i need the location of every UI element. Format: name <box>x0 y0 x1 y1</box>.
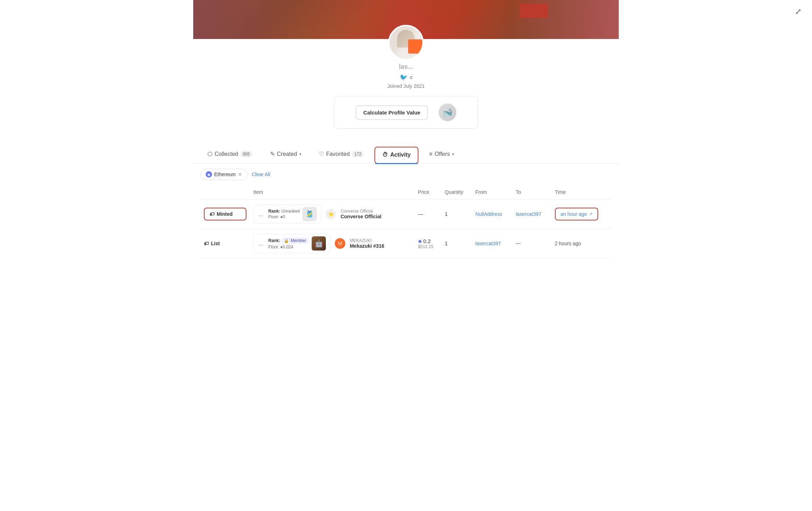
eth-symbol-row2: ◆ <box>418 238 422 244</box>
col-header-quantity: Quantity <box>441 185 472 200</box>
tab-collected-label: Collected <box>215 151 238 157</box>
username: las... <box>399 63 413 71</box>
tab-collected[interactable]: ⬡ Collected 805 <box>200 146 260 163</box>
tab-collected-count: 805 <box>240 151 252 157</box>
to-cell-row2: --- <box>512 229 551 258</box>
price-cell-row2: ◆ 0.2 $512.15 <box>415 229 441 258</box>
mekazuki-collection-icon: M <box>335 238 345 249</box>
time-cell-row1: an hour ago ↗ <box>551 200 612 229</box>
activity-table: Item Price Quantity From To Time 🏷 Minte… <box>200 185 612 258</box>
table-row: 🏷 Minted ... Rank: Unranked <box>200 200 612 229</box>
event-type-list: List <box>211 241 220 246</box>
dots-menu-row1[interactable]: ... <box>258 210 263 218</box>
profile-value-card: Calculate Profile Value 🐋 <box>334 96 478 129</box>
ethereum-dot-icon: ◆ <box>206 171 212 178</box>
collection-name-row2: MEKAZUKI <box>350 238 384 243</box>
close-chip-icon[interactable]: ✕ <box>238 172 242 177</box>
social-row: 🐦 c <box>400 73 413 81</box>
tab-favorited-label: Favorited <box>326 151 350 157</box>
col-header-price: Price <box>415 185 441 200</box>
event-cell-minted: 🏷 Minted <box>200 200 250 229</box>
col-header-time: Time <box>551 185 612 200</box>
page-wrapper: ⤢ las... 🐦 c Joined July 2021 Calculate … <box>193 0 619 273</box>
tabs-row: ⬡ Collected 805 ✎ Created ▾ ♡ Favorited … <box>193 146 619 164</box>
joined-date: Joined July 2021 <box>387 83 424 89</box>
tab-offers[interactable]: ≡ Offers ▾ <box>422 147 461 163</box>
price-usd-row2: $512.15 <box>418 244 438 249</box>
tab-offers-label: Offers <box>435 151 450 157</box>
avatar <box>388 25 424 60</box>
member-badge: 🔒 Member <box>281 237 309 244</box>
to-cell-row1: lasercat397 <box>512 200 551 229</box>
price-eth-row2: 0.2 <box>423 238 431 244</box>
ethereum-chip-label: Ethereum <box>214 172 236 177</box>
twitter-icon: 🐦 <box>400 73 407 81</box>
tab-favorited-count: 172 <box>352 151 364 157</box>
list-icon: 🏷 <box>204 241 209 246</box>
converse-collection-icon: ⭐ <box>326 209 336 219</box>
mint-icon: 🏷 <box>210 211 215 217</box>
quantity-cell-row2: 1 <box>441 229 472 258</box>
filter-row: ◆ Ethereum ✕ Clear All <box>193 164 619 185</box>
offers-icon: ≡ <box>429 151 432 157</box>
to-link-row1[interactable]: lasercat397 <box>516 211 541 217</box>
item-floor-row2: Floor: ♦0.024 <box>268 245 309 249</box>
col-header-item: Item <box>250 185 415 200</box>
time-value-row1: an hour ago <box>561 211 587 217</box>
chevron-down-icon: ▾ <box>299 152 301 157</box>
item-cell-row1: ... Rank: Unranked Floor: ♦0 🎽 <box>250 200 415 229</box>
collection-name-row1: Converse Official <box>340 209 381 214</box>
item-rank-row2: Rank: 🔒 Member <box>268 237 309 244</box>
col-header-to: To <box>512 185 551 200</box>
tab-activity[interactable]: ⏱ Activity <box>374 147 418 164</box>
quantity-cell-row1: 1 <box>441 200 472 229</box>
tab-favorited[interactable]: ♡ Favorited 172 <box>312 146 371 163</box>
activity-table-container: Item Price Quantity From To Time 🏷 Minte… <box>193 185 619 273</box>
from-cell-row2: lasercat397 <box>472 229 512 258</box>
table-row: 🏷 List ... Rank: <box>200 229 612 258</box>
opensea-mascot: 🐋 <box>439 103 456 121</box>
lock-icon: 🔒 <box>284 238 289 243</box>
item-rank-row1: Rank: Unranked <box>268 209 300 214</box>
share-button[interactable]: ⤢ <box>795 7 801 16</box>
tab-created-label: Created <box>277 151 297 157</box>
item-thumbnail-placeholder-row1: 🎽 <box>302 207 317 221</box>
chevron-down-icon-offers: ▾ <box>452 152 454 157</box>
calculate-profile-value-button[interactable]: Calculate Profile Value <box>356 105 428 120</box>
item-cell-row2: ... Rank: 🔒 Member <box>250 229 415 258</box>
price-value-row1: --- <box>418 211 423 217</box>
item-name-row1: Converse Official <box>340 214 381 219</box>
event-type-minted: Minted <box>217 211 233 217</box>
clear-all-button[interactable]: Clear All <box>252 172 270 177</box>
quantity-value-row1: 1 <box>445 211 447 217</box>
to-value-row2: --- <box>516 241 521 246</box>
ethereum-filter-chip[interactable]: ◆ Ethereum ✕ <box>200 169 248 180</box>
from-link-row2[interactable]: lasercat397 <box>475 241 501 246</box>
col-header-event <box>200 185 250 200</box>
time-cell-row2: 2 hours ago <box>551 229 612 258</box>
tab-activity-label: Activity <box>390 152 411 158</box>
event-cell-list: 🏷 List <box>200 229 250 258</box>
mekazuki-thumbnail: 🤖 <box>312 236 326 251</box>
col-header-from: From <box>472 185 512 200</box>
price-cell-row1: --- <box>415 200 441 229</box>
profile-section: las... 🐦 c Joined July 2021 Calculate Pr… <box>193 39 619 136</box>
item-name-row2: Mekazuki #316 <box>350 243 384 249</box>
tab-created[interactable]: ✎ Created ▾ <box>263 146 308 163</box>
created-icon: ✎ <box>270 151 275 157</box>
from-link-row1[interactable]: NullAddress <box>475 211 502 217</box>
from-cell-row1: NullAddress <box>472 200 512 229</box>
dots-menu-row2[interactable]: ... <box>258 240 263 247</box>
share-icon: ⤢ <box>795 7 801 16</box>
external-link-icon-row1[interactable]: ↗ <box>589 212 593 217</box>
quantity-value-row2: 1 <box>445 241 447 246</box>
activity-icon: ⏱ <box>382 152 388 158</box>
favorited-icon: ♡ <box>319 151 324 157</box>
time-value-row2: 2 hours ago <box>555 241 581 246</box>
twitter-handle: c <box>410 74 413 80</box>
item-floor-row1: Floor: ♦0 <box>268 214 300 219</box>
collected-icon: ⬡ <box>207 151 212 157</box>
